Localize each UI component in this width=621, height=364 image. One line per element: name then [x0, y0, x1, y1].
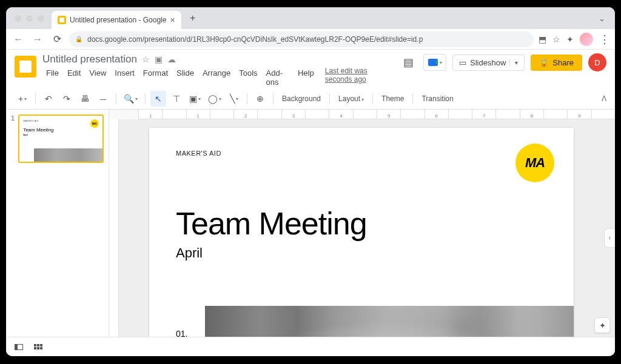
- meet-button[interactable]: ▾: [423, 54, 446, 71]
- move-icon[interactable]: ▣: [155, 55, 163, 64]
- url-text: docs.google.com/presentation/d/1RL3H9cp0…: [87, 35, 423, 44]
- menu-tools[interactable]: Tools: [235, 67, 261, 88]
- share-lock-icon: 🔒: [539, 58, 549, 67]
- slide-image[interactable]: [205, 306, 574, 337]
- comments-icon[interactable]: ▤: [399, 53, 417, 71]
- slides-favicon-icon: [58, 16, 66, 24]
- expand-sidebar-icon[interactable]: ‹: [604, 228, 615, 248]
- meet-icon: [428, 59, 438, 66]
- separator: [145, 93, 146, 104]
- filmstrip-view-button[interactable]: [15, 344, 23, 350]
- line-tool[interactable]: ╲▾: [226, 91, 242, 107]
- background-button[interactable]: Background: [278, 94, 324, 103]
- menu-format[interactable]: Format: [139, 67, 172, 88]
- separator: [372, 93, 373, 104]
- menu-arrange[interactable]: Arrange: [199, 67, 234, 88]
- share-button[interactable]: 🔒 Share: [531, 55, 582, 71]
- toolbar: +▾ ↶ ↷ 🖶 ⸺ 🔍▾ ↖ ⊤ ▣▾ ◯▾ ╲▾ ⊕ Background …: [6, 88, 615, 110]
- image-tool[interactable]: ▣▾: [187, 91, 203, 107]
- app-header: Untitled presentation ☆ ▣ ☁ File Edit Vi…: [6, 50, 615, 88]
- cloud-status-icon[interactable]: ☁: [167, 55, 176, 64]
- url-input[interactable]: 🔒 docs.google.com/presentation/d/1RL3H9c…: [69, 31, 534, 47]
- menu-insert[interactable]: Insert: [111, 67, 138, 88]
- window-controls: [11, 15, 52, 22]
- explore-button[interactable]: ✦: [594, 317, 610, 333]
- separator: [273, 93, 274, 104]
- slide-content[interactable]: MAKER'S AID MA Team Meeting April 01.: [149, 128, 574, 337]
- slide-title[interactable]: Team Meeting: [176, 205, 547, 242]
- maximize-window-button[interactable]: [38, 15, 44, 22]
- redo-button[interactable]: ↷: [59, 91, 75, 107]
- separator: [412, 93, 413, 104]
- zoom-button[interactable]: 🔍▾: [121, 91, 140, 107]
- bookmark-icon[interactable]: ☆: [552, 35, 560, 44]
- slide-page-number[interactable]: 01.: [176, 329, 187, 337]
- lock-icon: 🔒: [75, 36, 82, 42]
- horizontal-ruler[interactable]: 1123456789: [138, 110, 615, 119]
- address-bar: ← → ⟳ 🔒 docs.google.com/presentation/d/1…: [6, 29, 615, 50]
- slideshow-label: Slideshow: [470, 58, 506, 67]
- footer-bar: [6, 337, 615, 356]
- vertical-ruler[interactable]: [109, 119, 119, 337]
- browser-menu-icon[interactable]: ⋮: [599, 33, 610, 46]
- close-window-button[interactable]: [15, 15, 21, 22]
- minimize-window-button[interactable]: [26, 15, 33, 22]
- last-edit-link[interactable]: Last edit was seconds ago: [325, 67, 393, 88]
- menu-bar: File Edit View Insert Format Slide Arran…: [42, 67, 393, 88]
- menu-view[interactable]: View: [86, 67, 110, 88]
- slide-canvas[interactable]: MAKER'S AID MA Team Meeting April 01. ✦ …: [119, 119, 615, 337]
- thumb-logo-icon: MA: [90, 119, 99, 128]
- share-label: Share: [552, 58, 574, 67]
- menu-slide[interactable]: Slide: [173, 67, 198, 88]
- install-icon[interactable]: ⬒: [539, 35, 546, 44]
- brand-text[interactable]: MAKER'S AID: [176, 150, 547, 157]
- slide-thumbnail[interactable]: 1 MAKER'S AID MA Team Meeting April: [11, 114, 104, 163]
- main-area: 1 MAKER'S AID MA Team Meeting April 1123…: [6, 110, 615, 337]
- extensions-icon[interactable]: ✦: [566, 35, 574, 44]
- brand-logo-icon[interactable]: MA: [515, 144, 554, 182]
- browser-tab[interactable]: Untitled presentation - Google ×: [52, 11, 181, 29]
- comment-button[interactable]: ⊕: [252, 91, 268, 107]
- profile-avatar[interactable]: [580, 33, 593, 46]
- separator: [247, 93, 247, 104]
- close-tab-icon[interactable]: ×: [170, 15, 175, 25]
- slide-subtitle[interactable]: April: [176, 245, 547, 261]
- menu-help[interactable]: Help: [294, 67, 318, 88]
- slides-logo-icon[interactable]: [15, 56, 36, 78]
- collapse-toolbar-icon[interactable]: ᐱ: [602, 94, 606, 103]
- tab-overflow-icon[interactable]: ⌄: [599, 14, 610, 23]
- textbox-tool[interactable]: ⊤: [169, 91, 184, 107]
- separator: [116, 93, 116, 104]
- print-button[interactable]: 🖶: [77, 91, 93, 107]
- menu-edit[interactable]: Edit: [64, 67, 84, 88]
- slideshow-button[interactable]: ▭ Slideshow ▾: [452, 55, 525, 71]
- grid-view-button[interactable]: [34, 344, 42, 349]
- shape-tool[interactable]: ◯▾: [206, 91, 224, 107]
- theme-button[interactable]: Theme: [378, 94, 408, 103]
- account-avatar[interactable]: D: [588, 53, 606, 71]
- slide-number: 1: [11, 114, 15, 163]
- transition-button[interactable]: Transition: [418, 94, 457, 103]
- separator: [35, 93, 36, 104]
- paint-format-button[interactable]: ⸺: [95, 91, 111, 107]
- star-icon[interactable]: ☆: [142, 55, 150, 64]
- back-button[interactable]: ←: [11, 32, 25, 47]
- undo-button[interactable]: ↶: [41, 91, 56, 107]
- present-icon: ▭: [459, 58, 466, 67]
- browser-tab-strip: Untitled presentation - Google × + ⌄: [6, 7, 615, 29]
- layout-button[interactable]: Layout▾: [335, 94, 368, 103]
- tab-title: Untitled presentation - Google: [70, 16, 166, 24]
- new-tab-button[interactable]: +: [185, 10, 201, 26]
- new-slide-button[interactable]: +▾: [15, 91, 30, 107]
- slideshow-dropdown-icon[interactable]: ▾: [509, 59, 518, 66]
- canvas-area: 1123456789 MAKER'S AID MA Team Meeting A…: [109, 110, 615, 337]
- menu-file[interactable]: File: [42, 67, 62, 88]
- document-title[interactable]: Untitled presentation: [42, 53, 137, 65]
- select-tool[interactable]: ↖: [150, 91, 166, 107]
- menu-addons[interactable]: Add-ons: [263, 67, 293, 88]
- forward-button[interactable]: →: [30, 32, 45, 47]
- reload-button[interactable]: ⟳: [50, 32, 64, 47]
- thumb-image: [34, 148, 102, 162]
- slide-filmstrip: 1 MAKER'S AID MA Team Meeting April: [6, 110, 109, 337]
- separator: [329, 93, 330, 104]
